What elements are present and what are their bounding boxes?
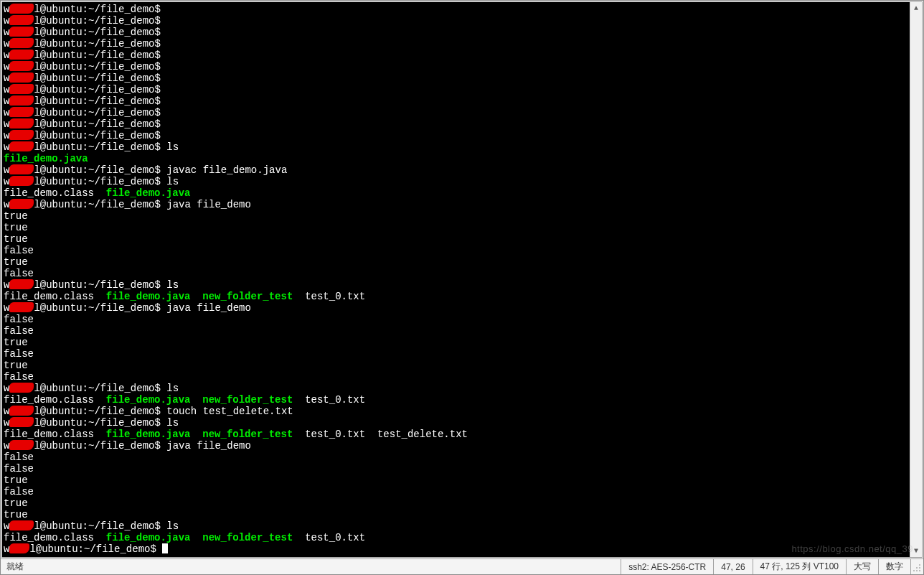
prompt: wl@ubuntu:~/file_demo$: [4, 38, 161, 50]
prompt: wl@ubuntu:~/file_demo$: [4, 4, 161, 15]
bool-output: false: [4, 486, 907, 497]
file-executable: file_demo.java: [106, 429, 191, 440]
status-connection: ssh2: AES-256-CTR: [621, 559, 713, 574]
status-cursor-position: 47, 26: [713, 559, 752, 574]
bool-output: false: [4, 325, 907, 337]
bool-output: false: [4, 371, 907, 383]
file-executable: file_demo.java: [106, 394, 191, 406]
prompt: wl@ubuntu:~/file_demo$: [4, 15, 161, 27]
svg-rect-0: [919, 564, 920, 566]
bool-output: true: [4, 497, 907, 509]
command: ls: [166, 383, 179, 394]
svg-rect-5: [919, 570, 920, 571]
svg-rect-2: [919, 567, 920, 569]
bool-output: false: [4, 314, 907, 325]
scroll-down-arrow[interactable]: ▼: [910, 545, 923, 557]
bool-output: true: [4, 233, 907, 245]
file-plain: file_demo.class: [4, 394, 94, 406]
file-executable: file_demo.java: [106, 291, 191, 302]
file-plain: test_delete.txt: [377, 429, 468, 440]
file-executable: new_folder_test: [202, 394, 293, 406]
vertical-scrollbar[interactable]: ▲ ▼: [910, 2, 922, 557]
svg-rect-4: [916, 570, 918, 571]
prompt: wl@ubuntu:~/file_demo$: [4, 199, 161, 210]
file-executable: new_folder_test: [202, 429, 293, 440]
svg-rect-1: [916, 567, 918, 569]
status-bar: 就绪 ssh2: AES-256-CTR 47, 26 47 行, 125 列 …: [1, 558, 923, 574]
command: ls: [166, 176, 179, 187]
prompt: wl@ubuntu:~/file_demo$: [4, 164, 161, 176]
prompt: wl@ubuntu:~/file_demo$: [4, 61, 161, 73]
scroll-up-arrow[interactable]: ▲: [910, 2, 923, 14]
file-plain: file_demo.class: [4, 291, 94, 302]
bool-output: true: [4, 360, 907, 371]
command: javac file_demo.java: [166, 164, 287, 176]
bool-output: true: [4, 256, 907, 268]
bool-output: false: [4, 452, 907, 463]
prompt: wl@ubuntu:~/file_demo$: [4, 176, 161, 187]
command: touch test_delete.txt: [166, 406, 293, 417]
resize-grip[interactable]: [910, 559, 923, 574]
prompt: wl@ubuntu:~/file_demo$: [4, 50, 161, 61]
file-plain: test_0.txt: [305, 394, 365, 406]
terminal-wrap: wl@ubuntu:~/file_demo$ wl@ubuntu:~/file_…: [1, 1, 923, 558]
file-executable: file_demo.java: [106, 532, 191, 543]
prompt: wl@ubuntu:~/file_demo$: [4, 383, 161, 394]
command: ls: [166, 279, 179, 291]
file-executable: file_demo.java: [106, 187, 191, 199]
prompt: wl@ubuntu:~/file_demo$: [4, 118, 161, 130]
file-plain: file_demo.class: [4, 429, 94, 440]
prompt: wl@ubuntu:~/file_demo$: [4, 520, 161, 532]
prompt: wl@ubuntu:~/file_demo$: [4, 130, 161, 141]
prompt: wl@ubuntu:~/file_demo$: [4, 141, 161, 153]
bool-output: false: [4, 268, 907, 279]
bool-output: true: [4, 475, 907, 486]
file-plain: file_demo.class: [4, 187, 94, 199]
bool-output: true: [4, 509, 907, 520]
prompt: wl@ubuntu:~/file_demo$: [4, 417, 161, 429]
bool-output: false: [4, 245, 907, 256]
prompt: wl@ubuntu:~/file_demo$: [4, 279, 161, 291]
command: ls: [166, 417, 179, 429]
command: java file_demo: [166, 199, 251, 210]
file-executable: new_folder_test: [202, 291, 293, 302]
command: java file_demo: [166, 302, 251, 314]
file-plain: test_0.txt: [305, 429, 365, 440]
command: ls: [166, 141, 179, 153]
bool-output: true: [4, 222, 907, 233]
prompt: wl@ubuntu:~/file_demo$: [4, 543, 156, 555]
status-numlock: 数字: [878, 559, 910, 574]
bool-output: false: [4, 463, 907, 475]
terminal-output[interactable]: wl@ubuntu:~/file_demo$ wl@ubuntu:~/file_…: [2, 2, 910, 557]
prompt: wl@ubuntu:~/file_demo$: [4, 302, 161, 314]
bool-output: false: [4, 348, 907, 360]
file-executable: file_demo.java: [4, 153, 88, 164]
command: ls: [166, 520, 179, 532]
prompt: wl@ubuntu:~/file_demo$: [4, 73, 161, 84]
prompt: wl@ubuntu:~/file_demo$: [4, 84, 161, 95]
prompt: wl@ubuntu:~/file_demo$: [4, 440, 161, 452]
command: java file_demo: [166, 440, 251, 452]
prompt: wl@ubuntu:~/file_demo$: [4, 406, 161, 417]
file-plain: file_demo.class: [4, 532, 94, 543]
prompt: wl@ubuntu:~/file_demo$: [4, 95, 161, 107]
prompt: wl@ubuntu:~/file_demo$: [4, 107, 161, 118]
file-plain: test_0.txt: [305, 532, 365, 543]
terminal-window: wl@ubuntu:~/file_demo$ wl@ubuntu:~/file_…: [0, 0, 924, 575]
file-plain: test_0.txt: [305, 291, 365, 302]
bool-output: true: [4, 210, 907, 222]
bool-output: true: [4, 337, 907, 348]
file-executable: new_folder_test: [202, 532, 293, 543]
cursor: [162, 543, 168, 553]
status-ready: 就绪: [1, 561, 621, 573]
svg-rect-3: [913, 570, 915, 571]
status-size: 47 行, 125 列 VT100: [753, 559, 846, 574]
prompt: wl@ubuntu:~/file_demo$: [4, 27, 161, 38]
status-capslock: 大写: [846, 559, 878, 574]
